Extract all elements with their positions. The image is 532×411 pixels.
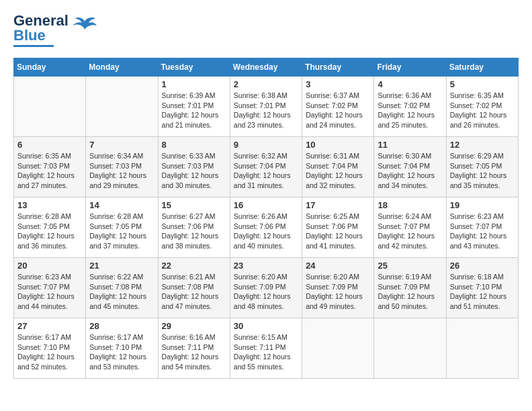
day-number: 28: [89, 321, 154, 331]
week-row-3: 13Sunrise: 6:28 AM Sunset: 7:05 PM Dayli…: [14, 197, 519, 258]
day-cell-3: 3Sunrise: 6:37 AM Sunset: 7:02 PM Daylig…: [302, 77, 374, 137]
empty-cell: [374, 318, 446, 379]
week-row-4: 20Sunrise: 6:23 AM Sunset: 7:07 PM Dayli…: [14, 258, 519, 318]
col-header-tuesday: Tuesday: [158, 58, 230, 77]
logo: General Blue: [13, 13, 97, 47]
day-cell-10: 10Sunrise: 6:31 AM Sunset: 7:04 PM Dayli…: [302, 137, 374, 197]
day-number: 23: [234, 261, 298, 271]
day-number: 13: [17, 200, 82, 210]
day-info: Sunrise: 6:22 AM Sunset: 7:08 PM Dayligh…: [89, 272, 154, 312]
day-number: 29: [162, 321, 226, 331]
day-number: 21: [89, 261, 154, 271]
day-cell-12: 12Sunrise: 6:29 AM Sunset: 7:05 PM Dayli…: [446, 137, 518, 197]
day-info: Sunrise: 6:20 AM Sunset: 7:09 PM Dayligh…: [234, 272, 298, 312]
col-header-sunday: Sunday: [14, 58, 86, 77]
day-number: 7: [89, 140, 154, 150]
day-info: Sunrise: 6:30 AM Sunset: 7:04 PM Dayligh…: [378, 151, 442, 191]
day-number: 25: [378, 261, 442, 271]
day-info: Sunrise: 6:38 AM Sunset: 7:01 PM Dayligh…: [234, 91, 298, 130]
day-info: Sunrise: 6:16 AM Sunset: 7:11 PM Dayligh…: [162, 332, 226, 372]
day-cell-17: 17Sunrise: 6:25 AM Sunset: 7:06 PM Dayli…: [302, 197, 374, 258]
day-cell-4: 4Sunrise: 6:36 AM Sunset: 7:02 PM Daylig…: [374, 77, 446, 137]
day-cell-14: 14Sunrise: 6:28 AM Sunset: 7:05 PM Dayli…: [86, 197, 158, 258]
week-row-2: 6Sunrise: 6:35 AM Sunset: 7:03 PM Daylig…: [14, 137, 519, 197]
day-number: 1: [162, 79, 226, 89]
empty-cell: [446, 318, 518, 379]
header-row: SundayMondayTuesdayWednesdayThursdayFrid…: [14, 58, 519, 77]
day-cell-16: 16Sunrise: 6:26 AM Sunset: 7:06 PM Dayli…: [230, 197, 302, 258]
day-cell-25: 25Sunrise: 6:19 AM Sunset: 7:09 PM Dayli…: [374, 258, 446, 318]
empty-cell: [302, 318, 374, 379]
day-info: Sunrise: 6:15 AM Sunset: 7:11 PM Dayligh…: [234, 332, 298, 372]
day-info: Sunrise: 6:33 AM Sunset: 7:03 PM Dayligh…: [162, 151, 226, 191]
day-cell-20: 20Sunrise: 6:23 AM Sunset: 7:07 PM Dayli…: [14, 258, 86, 318]
day-info: Sunrise: 6:28 AM Sunset: 7:05 PM Dayligh…: [89, 212, 154, 251]
day-info: Sunrise: 6:31 AM Sunset: 7:04 PM Dayligh…: [306, 151, 370, 191]
col-header-wednesday: Wednesday: [230, 58, 302, 77]
day-cell-21: 21Sunrise: 6:22 AM Sunset: 7:08 PM Dayli…: [86, 258, 158, 318]
day-info: Sunrise: 6:20 AM Sunset: 7:09 PM Dayligh…: [306, 272, 370, 312]
day-info: Sunrise: 6:19 AM Sunset: 7:09 PM Dayligh…: [378, 272, 442, 312]
day-number: 8: [162, 140, 226, 150]
day-number: 2: [234, 79, 298, 89]
day-info: Sunrise: 6:35 AM Sunset: 7:02 PM Dayligh…: [450, 91, 515, 130]
day-cell-30: 30Sunrise: 6:15 AM Sunset: 7:11 PM Dayli…: [230, 318, 302, 379]
day-cell-9: 9Sunrise: 6:32 AM Sunset: 7:04 PM Daylig…: [230, 137, 302, 197]
day-info: Sunrise: 6:28 AM Sunset: 7:05 PM Dayligh…: [17, 212, 82, 251]
logo-bird-icon: [73, 16, 97, 41]
day-number: 15: [162, 200, 226, 210]
day-info: Sunrise: 6:26 AM Sunset: 7:06 PM Dayligh…: [234, 212, 298, 251]
logo-blue: Blue: [13, 28, 69, 43]
col-header-monday: Monday: [86, 58, 158, 77]
day-info: Sunrise: 6:18 AM Sunset: 7:10 PM Dayligh…: [450, 272, 515, 312]
day-cell-5: 5Sunrise: 6:35 AM Sunset: 7:02 PM Daylig…: [446, 77, 518, 137]
day-cell-8: 8Sunrise: 6:33 AM Sunset: 7:03 PM Daylig…: [158, 137, 230, 197]
day-info: Sunrise: 6:35 AM Sunset: 7:03 PM Dayligh…: [17, 151, 82, 191]
day-number: 20: [17, 261, 82, 271]
day-cell-26: 26Sunrise: 6:18 AM Sunset: 7:10 PM Dayli…: [446, 258, 518, 318]
day-number: 10: [306, 140, 370, 150]
day-cell-13: 13Sunrise: 6:28 AM Sunset: 7:05 PM Dayli…: [14, 197, 86, 258]
day-cell-28: 28Sunrise: 6:17 AM Sunset: 7:10 PM Dayli…: [86, 318, 158, 379]
day-cell-18: 18Sunrise: 6:24 AM Sunset: 7:07 PM Dayli…: [374, 197, 446, 258]
day-cell-24: 24Sunrise: 6:20 AM Sunset: 7:09 PM Dayli…: [302, 258, 374, 318]
day-cell-29: 29Sunrise: 6:16 AM Sunset: 7:11 PM Dayli…: [158, 318, 230, 379]
day-info: Sunrise: 6:27 AM Sunset: 7:06 PM Dayligh…: [162, 212, 226, 251]
day-info: Sunrise: 6:25 AM Sunset: 7:06 PM Dayligh…: [306, 212, 370, 251]
logo-underline: [13, 45, 54, 47]
week-row-5: 27Sunrise: 6:17 AM Sunset: 7:10 PM Dayli…: [14, 318, 519, 379]
day-number: 4: [378, 79, 442, 89]
day-number: 22: [162, 261, 226, 271]
day-cell-19: 19Sunrise: 6:23 AM Sunset: 7:07 PM Dayli…: [446, 197, 518, 258]
day-number: 18: [378, 200, 442, 210]
day-info: Sunrise: 6:21 AM Sunset: 7:08 PM Dayligh…: [162, 272, 226, 312]
day-number: 24: [306, 261, 370, 271]
day-cell-22: 22Sunrise: 6:21 AM Sunset: 7:08 PM Dayli…: [158, 258, 230, 318]
col-header-saturday: Saturday: [446, 58, 518, 77]
day-info: Sunrise: 6:32 AM Sunset: 7:04 PM Dayligh…: [234, 151, 298, 191]
day-cell-7: 7Sunrise: 6:34 AM Sunset: 7:03 PM Daylig…: [86, 137, 158, 197]
day-cell-2: 2Sunrise: 6:38 AM Sunset: 7:01 PM Daylig…: [230, 77, 302, 137]
page-header: General Blue: [13, 13, 519, 47]
day-number: 19: [450, 200, 515, 210]
day-number: 9: [234, 140, 298, 150]
day-number: 27: [17, 321, 82, 331]
day-number: 14: [89, 200, 154, 210]
empty-cell: [86, 77, 158, 137]
day-info: Sunrise: 6:24 AM Sunset: 7:07 PM Dayligh…: [378, 212, 442, 251]
col-header-friday: Friday: [374, 58, 446, 77]
day-number: 12: [450, 140, 515, 150]
day-info: Sunrise: 6:29 AM Sunset: 7:05 PM Dayligh…: [450, 151, 515, 191]
day-number: 11: [378, 140, 442, 150]
week-row-1: 1Sunrise: 6:39 AM Sunset: 7:01 PM Daylig…: [14, 77, 519, 137]
day-number: 16: [234, 200, 298, 210]
col-header-thursday: Thursday: [302, 58, 374, 77]
day-info: Sunrise: 6:39 AM Sunset: 7:01 PM Dayligh…: [162, 91, 226, 130]
day-number: 30: [234, 321, 298, 331]
day-cell-1: 1Sunrise: 6:39 AM Sunset: 7:01 PM Daylig…: [158, 77, 230, 137]
day-number: 5: [450, 79, 515, 89]
day-info: Sunrise: 6:23 AM Sunset: 7:07 PM Dayligh…: [17, 272, 82, 312]
day-info: Sunrise: 6:17 AM Sunset: 7:10 PM Dayligh…: [89, 332, 154, 372]
day-info: Sunrise: 6:17 AM Sunset: 7:10 PM Dayligh…: [17, 332, 82, 372]
day-number: 26: [450, 261, 515, 271]
